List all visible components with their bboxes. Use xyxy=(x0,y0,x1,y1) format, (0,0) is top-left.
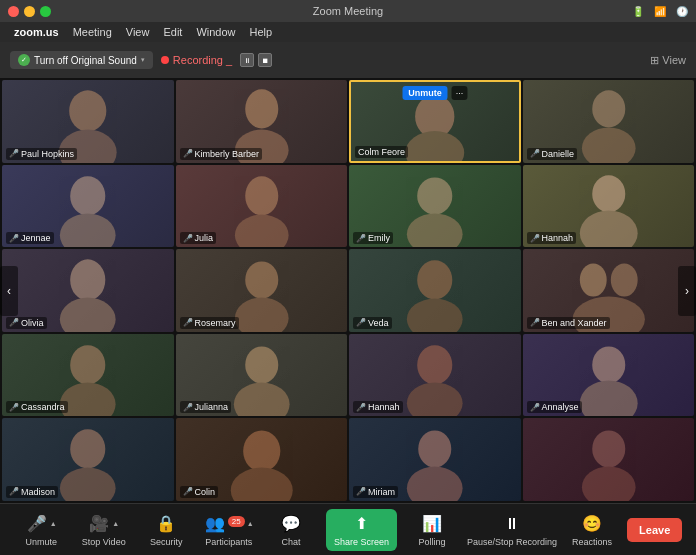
participant-name-5: 🎤 Jennae xyxy=(6,232,54,244)
svg-point-28 xyxy=(233,382,289,416)
video-cell-9[interactable]: 🎤 Olivia xyxy=(2,249,174,332)
participant-name-8: 🎤 Hannah xyxy=(527,232,577,244)
video-cell-3[interactable]: Unmute ··· Colm Feore xyxy=(349,80,521,163)
menu-app[interactable]: zoom.us xyxy=(8,26,65,38)
participant-name-13: 🎤 Cassandra xyxy=(6,401,68,413)
stop-video-label: Stop Video xyxy=(82,537,126,547)
video-cell-12[interactable]: 🎤 Ben and Xander xyxy=(523,249,695,332)
reactions-icon: 😊 xyxy=(581,513,603,535)
share-screen-item[interactable]: ⬆ Share Screen xyxy=(326,509,397,551)
next-page-button[interactable]: › xyxy=(678,266,696,316)
mic-off-icon-12: 🎤 xyxy=(530,318,540,327)
video-cell-14[interactable]: 🎤 Julianna xyxy=(176,334,348,417)
participant-name-11: 🎤 Veda xyxy=(353,317,392,329)
unmute-button[interactable]: Unmute xyxy=(402,86,448,100)
svg-point-30 xyxy=(407,382,463,416)
participant-name-15: 🎤 Hannah xyxy=(353,401,403,413)
maximize-button[interactable] xyxy=(40,6,51,17)
video-cell-15[interactable]: 🎤 Hannah xyxy=(349,334,521,417)
video-chevron[interactable]: ▲ xyxy=(112,520,119,527)
security-icon: 🔒 xyxy=(155,513,177,535)
pause-recording-icon: ⏸ xyxy=(501,513,523,535)
svg-point-39 xyxy=(592,431,625,468)
sound-chevron: ▾ xyxy=(141,56,145,64)
chat-item[interactable]: 💬 Chat xyxy=(264,513,319,547)
unmute-item[interactable]: 🎤 ▲ Unmute xyxy=(14,513,69,547)
mic-off-icon-10: 🎤 xyxy=(183,318,193,327)
menu-edit[interactable]: Edit xyxy=(157,26,188,38)
participant-name-4: 🎤 Danielle xyxy=(527,148,578,160)
video-cell-4[interactable]: 🎤 Danielle xyxy=(523,80,695,163)
unmute-chevron[interactable]: ▲ xyxy=(50,520,57,527)
polling-item[interactable]: 📊 Polling xyxy=(405,513,460,547)
leave-button[interactable]: Leave xyxy=(627,518,682,542)
video-cell-19[interactable]: 🎤 Miriam xyxy=(349,418,521,501)
security-item[interactable]: 🔒 Security xyxy=(139,513,194,547)
unmute-label: Unmute xyxy=(25,537,57,547)
stop-video-item[interactable]: 🎥 ▲ Stop Video xyxy=(76,513,131,547)
rec-pause-btn[interactable]: ⏸ xyxy=(240,53,254,67)
mic-off-icon-2: 🎤 xyxy=(183,149,193,158)
svg-point-12 xyxy=(417,177,452,214)
sound-icon: ✓ xyxy=(18,54,30,66)
pause-recording-item[interactable]: ⏸ Pause/Stop Recording xyxy=(467,513,557,547)
participants-item[interactable]: 👥 25 ▲ Participants xyxy=(201,513,256,547)
unmute-overlay[interactable]: Unmute ··· xyxy=(402,86,467,100)
svg-point-18 xyxy=(245,262,278,299)
video-cell-11[interactable]: 🎤 Veda xyxy=(349,249,521,332)
svg-point-27 xyxy=(245,346,278,383)
view-button[interactable]: ⊞ View xyxy=(650,54,686,67)
video-cell-6[interactable]: 🎤 Julia xyxy=(176,165,348,248)
share-screen-label: Share Screen xyxy=(334,537,389,547)
video-cell-1[interactable]: 🎤 Paul Hopkins xyxy=(2,80,174,163)
sound-button[interactable]: ✓ Turn off Original Sound ▾ xyxy=(10,51,153,69)
video-cell-16[interactable]: 🎤 Annalyse xyxy=(523,334,695,417)
participant-name-3: Colm Feore xyxy=(355,146,408,158)
participant-name-17: 🎤 Madison xyxy=(6,486,58,498)
mic-off-icon-16: 🎤 xyxy=(530,403,540,412)
title-bar: Zoom Meeting 🔋 📶 🕐 xyxy=(0,0,696,22)
video-cell-18[interactable]: 🎤 Colin xyxy=(176,418,348,501)
svg-point-23 xyxy=(610,264,637,297)
rec-dot xyxy=(161,56,169,64)
video-cell-2[interactable]: 🎤 Kimberly Barber xyxy=(176,80,348,163)
menu-meeting[interactable]: Meeting xyxy=(67,26,118,38)
menu-view[interactable]: View xyxy=(120,26,156,38)
participants-badge: 25 xyxy=(228,516,245,527)
close-button[interactable] xyxy=(8,6,19,17)
prev-page-button[interactable]: ‹ xyxy=(0,266,18,316)
svg-point-19 xyxy=(234,298,288,332)
traffic-lights[interactable] xyxy=(8,6,51,17)
video-cell-10[interactable]: 🎤 Rosemary xyxy=(176,249,348,332)
participants-chevron[interactable]: ▲ xyxy=(247,520,254,527)
participant-name-16: 🎤 Annalyse xyxy=(527,401,582,413)
video-cell-7[interactable]: 🎤 Emily xyxy=(349,165,521,248)
polling-icon: 📊 xyxy=(421,513,443,535)
video-cell-13[interactable]: 🎤 Cassandra xyxy=(2,334,174,417)
participant-name-6: 🎤 Julia xyxy=(180,232,217,244)
more-options-button[interactable]: ··· xyxy=(452,86,468,100)
participants-icon: 👥 xyxy=(204,513,226,535)
minimize-button[interactable] xyxy=(24,6,35,17)
menu-bar: zoom.us Meeting View Edit Window Help xyxy=(0,22,696,42)
menu-window[interactable]: Window xyxy=(190,26,241,38)
svg-point-32 xyxy=(579,380,637,416)
svg-point-17 xyxy=(60,298,116,332)
video-cell-17[interactable]: 🎤 Madison xyxy=(2,418,174,501)
menu-help[interactable]: Help xyxy=(244,26,279,38)
reactions-label: Reactions xyxy=(572,537,612,547)
video-cell-8[interactable]: 🎤 Hannah xyxy=(523,165,695,248)
mic-off-icon-19: 🎤 xyxy=(356,487,366,496)
rec-controls[interactable]: ⏸ ⏹ xyxy=(240,53,272,67)
mic-off-icon-4: 🎤 xyxy=(530,149,540,158)
svg-point-10 xyxy=(245,176,278,215)
svg-point-21 xyxy=(407,299,463,332)
security-label: Security xyxy=(150,537,183,547)
rec-stop-btn[interactable]: ⏹ xyxy=(258,53,272,67)
svg-point-26 xyxy=(60,382,116,416)
video-cell-5[interactable]: 🎤 Jennae xyxy=(2,165,174,248)
title-bar-right: 🔋 📶 🕐 xyxy=(632,6,688,17)
reactions-item[interactable]: 😊 Reactions xyxy=(565,513,620,547)
video-cell-20[interactable] xyxy=(523,418,695,501)
recording-indicator: Recording _ ⏸ ⏹ xyxy=(161,53,272,67)
